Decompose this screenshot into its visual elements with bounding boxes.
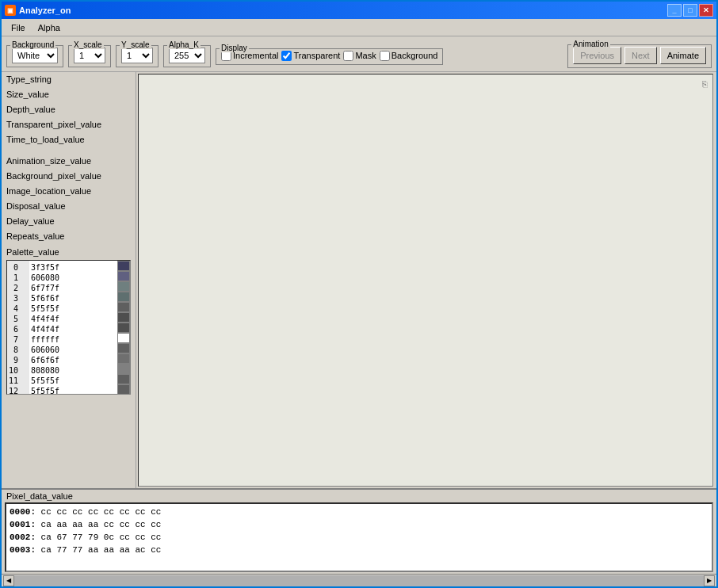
background-checkbox[interactable] (380, 51, 390, 61)
display-label: Display (220, 44, 249, 52)
window-controls: _ □ ✕ (667, 4, 713, 17)
palette-swatch-5 (117, 312, 130, 323)
horizontal-scrollbar[interactable]: ◀ ▶ (2, 574, 716, 586)
pixel-row: 0002: ca 67 77 79 0c cc cc cc (10, 531, 708, 544)
mask-label: Mask (355, 51, 376, 60)
pixel-addr: 0001: (10, 520, 36, 529)
palette-swatch-3 (117, 292, 130, 302)
alpha-k-label: Alpha_K (167, 40, 201, 49)
background-pixel-field: Background_pixel_value (2, 169, 136, 184)
incremental-label: Incremental (233, 51, 278, 60)
menu-alpha[interactable]: Alpha (32, 21, 67, 34)
main-window: ▣ Analyzer_on _ □ ✕ File Alpha Backgroun… (0, 0, 718, 588)
center-right: ⎘ (136, 72, 716, 488)
palette-colors (117, 261, 130, 394)
disposal-field: Disposal_value (2, 199, 136, 214)
depth-value-field: Depth_value (2, 102, 136, 117)
palette-swatch-7 (117, 333, 130, 343)
background-select[interactable]: White Black Gray (12, 48, 58, 63)
info-panel: Type_string Size_value Depth_value Trans… (2, 72, 136, 488)
alpha-k-select[interactable]: 2551280 (169, 48, 205, 63)
menu-file[interactable]: File (5, 21, 32, 34)
pixel-row: 0000: cc cc cc cc cc cc cc cc (10, 506, 708, 518)
maximize-button[interactable]: □ (683, 4, 697, 17)
y-scale-group: Y_scale 1234 (116, 45, 158, 67)
palette-section: Palette_value 0 1 2 3 4 5 6 7 8 9 10 11 … (2, 244, 136, 488)
y-scale-select[interactable]: 1234 (121, 48, 153, 63)
palette-swatch-1 (117, 271, 130, 281)
minimize-button[interactable]: _ (667, 4, 682, 17)
time-to-load-field: Time_to_load_value (2, 132, 136, 147)
animate-button[interactable]: Animate (660, 47, 706, 64)
palette-indices: 0 1 2 3 4 5 6 7 8 9 10 11 12 13 14 15 (7, 261, 29, 394)
pixel-data-box[interactable]: 0000: cc cc cc cc cc cc cc cc0001: ca aa… (5, 502, 713, 572)
image-location-field: Image_location_value (2, 184, 136, 199)
close-button[interactable]: ✕ (699, 4, 713, 17)
mask-checkbox[interactable] (343, 51, 353, 61)
alpha-k-group: Alpha_K 2551280 (163, 45, 211, 67)
pixel-addr: 0003: (10, 545, 36, 555)
palette-swatch-12 (117, 384, 130, 395)
x-scale-select[interactable]: 1234 (74, 48, 105, 63)
repeats-field: Repeats_value (2, 229, 136, 244)
title-bar: ▣ Analyzer_on _ □ ✕ (2, 2, 716, 19)
scroll-track[interactable] (14, 575, 704, 586)
palette-swatch-8 (117, 343, 130, 353)
delay-field: Delay_value (2, 214, 136, 229)
palette-swatch-2 (117, 281, 130, 292)
palette-swatch-9 (117, 353, 130, 364)
menu-bar: File Alpha (2, 19, 716, 36)
palette-swatch-6 (117, 323, 130, 333)
scroll-right-arrow[interactable]: ▶ (704, 575, 715, 586)
animation-label: Animation (571, 40, 609, 48)
animation-size-field: Animation_size_value (2, 154, 136, 169)
background-label: Background (10, 40, 55, 49)
background-group: Background White Black Gray (6, 45, 63, 67)
image-preview-area[interactable]: ⎘ (138, 74, 713, 487)
pixel-data-label: Pixel_data_value (2, 490, 716, 502)
type-string-field: Type_string (2, 72, 136, 87)
pixel-addr: 0002: (10, 533, 36, 542)
previous-button[interactable]: Previous (573, 47, 621, 64)
transparent-label: Transparent (293, 51, 340, 60)
window-title: Analyzer_on (19, 6, 667, 15)
background-checkbox-label[interactable]: Background (380, 51, 438, 61)
background-chk-label: Background (391, 51, 438, 60)
scroll-left-arrow[interactable]: ◀ (3, 575, 14, 586)
toolbar: Background White Black Gray X_scale 1234… (2, 36, 716, 72)
palette-swatch-10 (117, 364, 130, 374)
pixel-row: 0001: ca aa aa aa cc cc cc cc (10, 518, 708, 531)
x-scale-group: X_scale 1234 (68, 45, 111, 67)
palette-swatch-11 (117, 374, 130, 384)
mask-checkbox-label[interactable]: Mask (343, 51, 376, 61)
palette-swatch-0 (117, 261, 130, 271)
display-group: Display Incremental Transparent Mask Bac… (216, 48, 443, 65)
pixel-data-wrapper: Pixel_data_value 0000: cc cc cc cc cc cc… (2, 488, 716, 586)
palette-label: Palette_value (6, 247, 131, 257)
animation-group: Animation Previous Next Animate (567, 44, 712, 68)
size-value-field: Size_value (2, 87, 136, 102)
x-scale-label: X_scale (72, 40, 104, 49)
app-icon: ▣ (5, 5, 16, 16)
pixel-row: 0003: ca 77 77 aa aa aa ac cc (10, 544, 708, 556)
pixel-addr: 0000: (10, 507, 36, 517)
palette-swatch-4 (117, 302, 130, 312)
next-button[interactable]: Next (624, 47, 657, 64)
palette-container[interactable]: 0 1 2 3 4 5 6 7 8 9 10 11 12 13 14 15 3f… (6, 260, 131, 395)
y-scale-label: Y_scale (120, 40, 151, 49)
palette-hexes: 3f3f5f 606080 6f7f7f 5f6f6f 5f5f5f 4f4f4… (29, 261, 117, 394)
transparent-checkbox[interactable] (281, 51, 292, 61)
copy-icon: ⎘ (702, 79, 708, 89)
main-body: Type_string Size_value Depth_value Trans… (2, 72, 716, 488)
transparent-checkbox-label[interactable]: Transparent (281, 51, 340, 61)
transparent-pixel-field: Transparent_pixel_value (2, 117, 136, 132)
section-divider-1 (2, 147, 136, 154)
